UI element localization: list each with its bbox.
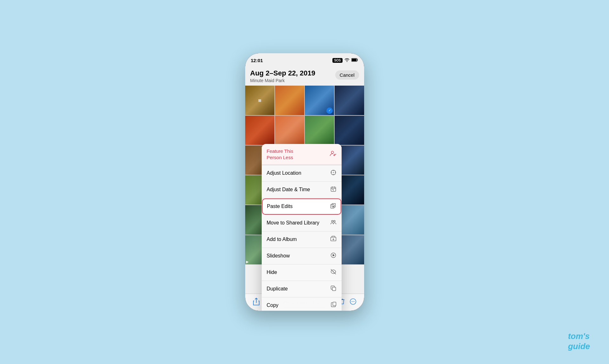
menu-item-label: Hide xyxy=(267,270,328,275)
menu-item-paste-edits[interactable]: Paste Edits xyxy=(262,198,341,215)
slideshow-icon xyxy=(330,252,337,260)
paste-edits-icon xyxy=(330,203,336,211)
svg-point-4 xyxy=(333,172,334,173)
menu-item-label: Slideshow xyxy=(267,253,328,259)
menu-item-move-shared[interactable]: Move to Shared Library xyxy=(262,215,342,231)
menu-item-label: Feature ThisPerson Less xyxy=(267,148,327,160)
duplicate-icon xyxy=(330,285,337,293)
copy-icon xyxy=(330,302,337,309)
add-album-icon xyxy=(330,236,337,244)
menu-item-slideshow[interactable]: Slideshow xyxy=(262,248,342,264)
hide-icon xyxy=(330,269,337,276)
menu-item-hide[interactable]: Hide xyxy=(262,264,342,281)
shared-library-icon xyxy=(330,219,337,227)
cancel-button[interactable]: Cancel xyxy=(335,70,359,80)
toms-guide-logo: tom's guide xyxy=(568,331,590,351)
status-time: 12:01 xyxy=(251,58,263,63)
menu-item-adjust-datetime[interactable]: Adjust Date & Time xyxy=(262,182,342,198)
svg-rect-12 xyxy=(332,287,336,291)
svg-point-2 xyxy=(331,151,333,153)
sos-badge: SOS xyxy=(332,58,342,63)
battery-icon xyxy=(351,58,358,63)
photos-area: ⬜ ✓ xyxy=(245,86,364,311)
menu-item-copy[interactable]: Copy xyxy=(262,297,342,311)
menu-item-label: Adjust Location xyxy=(267,170,328,176)
svg-rect-13 xyxy=(333,302,336,306)
header-location: Minute Maid Park xyxy=(250,78,315,83)
svg-point-8 xyxy=(331,220,333,222)
adjust-datetime-icon xyxy=(330,186,337,194)
menu-item-label: Duplicate xyxy=(267,286,328,292)
context-menu-overlay: Feature ThisPerson Less xyxy=(245,86,364,311)
header-date: Aug 2–Sep 22, 2019 xyxy=(250,69,315,77)
menu-item-duplicate[interactable]: Duplicate xyxy=(262,281,342,297)
phone-device: 12:01 SOS Aug 2–Sep 22, 2019 Minute Maid… xyxy=(245,53,364,311)
menu-item-label: Move to Shared Library xyxy=(267,220,328,226)
status-bar: 12:01 SOS xyxy=(245,53,364,67)
menu-item-label: Add to Album xyxy=(267,237,328,242)
svg-point-9 xyxy=(333,220,335,222)
menu-item-add-album[interactable]: Add to Album xyxy=(262,231,342,248)
feature-less-icon xyxy=(330,150,337,159)
menu-item-adjust-location[interactable]: Adjust Location xyxy=(262,165,342,182)
wifi-icon xyxy=(344,58,350,63)
menu-item-label: Paste Edits xyxy=(267,204,327,209)
menu-item-feature-less[interactable]: Feature ThisPerson Less xyxy=(262,144,342,165)
header-area: Aug 2–Sep 22, 2019 Minute Maid Park Canc… xyxy=(245,67,364,86)
svg-rect-1 xyxy=(352,59,357,61)
menu-item-label: Adjust Date & Time xyxy=(267,187,328,192)
menu-item-label: Copy xyxy=(267,302,328,308)
svg-rect-7 xyxy=(332,203,335,207)
context-menu: Feature ThisPerson Less xyxy=(262,144,342,311)
adjust-location-icon xyxy=(330,169,337,177)
